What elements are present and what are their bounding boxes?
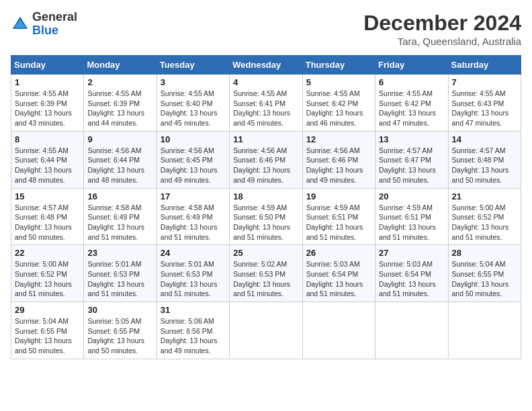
sunrise-label: Sunrise: 4:55 AM	[379, 89, 433, 97]
sunrise-label: Sunrise: 5:03 AM	[379, 260, 433, 268]
calendar-week-4: 22 Sunrise: 5:00 AM Sunset: 6:52 PM Dayl…	[11, 245, 521, 302]
calendar-cell: 23 Sunrise: 5:01 AM Sunset: 6:53 PM Dayl…	[84, 245, 157, 302]
day-number: 9	[87, 134, 152, 144]
calendar-cell: 18 Sunrise: 4:59 AM Sunset: 6:50 PM Dayl…	[230, 188, 302, 245]
day-number: 8	[15, 134, 80, 144]
calendar-cell	[448, 302, 521, 359]
day-number: 21	[452, 191, 517, 201]
sunrise-label: Sunrise: 5:00 AM	[15, 260, 69, 268]
daylight-label: Daylight: 13 hours and 51 minutes.	[306, 280, 363, 298]
sunset-label: Sunset: 6:51 PM	[379, 213, 431, 221]
calendar-cell: 4 Sunrise: 4:55 AM Sunset: 6:41 PM Dayli…	[230, 75, 302, 132]
sunset-label: Sunset: 6:54 PM	[306, 270, 359, 278]
sunrise-label: Sunrise: 5:01 AM	[87, 260, 141, 268]
daylight-label: Daylight: 13 hours and 50 minutes.	[15, 336, 72, 355]
day-info: Sunrise: 5:02 AM Sunset: 6:53 PM Dayligh…	[233, 259, 298, 299]
calendar-cell: 17 Sunrise: 4:58 AM Sunset: 6:49 PM Dayl…	[157, 188, 229, 245]
weekday-header-thursday: Thursday	[302, 56, 375, 75]
calendar-cell	[230, 302, 302, 359]
month-title: December 2024	[363, 11, 521, 36]
sunset-label: Sunset: 6:49 PM	[161, 213, 213, 221]
sunrise-label: Sunrise: 5:06 AM	[161, 317, 214, 325]
calendar-cell: 14 Sunrise: 4:57 AM Sunset: 6:48 PM Dayl…	[448, 131, 521, 188]
day-info: Sunrise: 4:58 AM Sunset: 6:49 PM Dayligh…	[87, 203, 152, 242]
logo: General Blue	[11, 11, 77, 38]
sunrise-label: Sunrise: 4:55 AM	[233, 89, 287, 97]
day-number: 15	[15, 191, 80, 201]
calendar-cell: 5 Sunrise: 4:55 AM Sunset: 6:42 PM Dayli…	[302, 75, 375, 132]
daylight-label: Daylight: 13 hours and 51 minutes.	[452, 223, 509, 241]
daylight-label: Daylight: 13 hours and 46 minutes.	[306, 109, 363, 127]
daylight-label: Daylight: 13 hours and 50 minutes.	[15, 223, 72, 241]
calendar-cell: 15 Sunrise: 4:57 AM Sunset: 6:48 PM Dayl…	[11, 188, 84, 245]
daylight-label: Daylight: 13 hours and 49 minutes.	[161, 336, 218, 355]
day-info: Sunrise: 4:59 AM Sunset: 6:51 PM Dayligh…	[306, 203, 371, 242]
calendar-cell: 27 Sunrise: 5:03 AM Sunset: 6:54 PM Dayl…	[375, 245, 448, 302]
sunrise-label: Sunrise: 4:55 AM	[15, 89, 69, 97]
sunrise-label: Sunrise: 5:05 AM	[87, 317, 141, 325]
sunset-label: Sunset: 6:47 PM	[379, 156, 431, 164]
day-info: Sunrise: 4:55 AM Sunset: 6:41 PM Dayligh…	[233, 89, 298, 128]
day-info: Sunrise: 4:55 AM Sunset: 6:40 PM Dayligh…	[161, 89, 226, 128]
weekday-header-wednesday: Wednesday	[230, 56, 302, 75]
day-info: Sunrise: 5:00 AM Sunset: 6:52 PM Dayligh…	[15, 259, 80, 299]
sunrise-label: Sunrise: 4:57 AM	[15, 203, 69, 212]
sunrise-label: Sunrise: 4:55 AM	[452, 89, 506, 97]
calendar-cell	[375, 302, 448, 359]
calendar-cell: 2 Sunrise: 4:55 AM Sunset: 6:39 PM Dayli…	[84, 75, 157, 132]
calendar-cell: 29 Sunrise: 5:04 AM Sunset: 6:55 PM Dayl…	[11, 302, 84, 359]
daylight-label: Daylight: 13 hours and 51 minutes.	[87, 223, 144, 241]
day-info: Sunrise: 4:55 AM Sunset: 6:39 PM Dayligh…	[87, 89, 152, 128]
day-number: 27	[379, 248, 444, 258]
sunrise-label: Sunrise: 4:59 AM	[306, 203, 360, 212]
weekday-header-saturday: Saturday	[448, 56, 521, 75]
calendar-week-1: 1 Sunrise: 4:55 AM Sunset: 6:39 PM Dayli…	[11, 75, 521, 132]
day-number: 12	[306, 134, 371, 144]
calendar-cell: 8 Sunrise: 4:55 AM Sunset: 6:44 PM Dayli…	[11, 131, 84, 188]
daylight-label: Daylight: 13 hours and 45 minutes.	[161, 109, 218, 127]
sunset-label: Sunset: 6:46 PM	[233, 156, 285, 164]
calendar-week-5: 29 Sunrise: 5:04 AM Sunset: 6:55 PM Dayl…	[11, 302, 521, 359]
daylight-label: Daylight: 13 hours and 49 minutes.	[161, 166, 218, 184]
daylight-label: Daylight: 13 hours and 51 minutes.	[233, 223, 290, 241]
sunset-label: Sunset: 6:42 PM	[379, 99, 431, 107]
daylight-label: Daylight: 13 hours and 51 minutes.	[87, 280, 144, 298]
day-number: 2	[87, 77, 152, 87]
daylight-label: Daylight: 13 hours and 50 minutes.	[452, 280, 509, 298]
day-info: Sunrise: 4:57 AM Sunset: 6:48 PM Dayligh…	[452, 146, 517, 185]
day-number: 24	[161, 248, 226, 258]
calendar-cell: 7 Sunrise: 4:55 AM Sunset: 6:43 PM Dayli…	[448, 75, 521, 132]
sunset-label: Sunset: 6:44 PM	[15, 156, 67, 164]
sunset-label: Sunset: 6:42 PM	[306, 99, 359, 107]
daylight-label: Daylight: 13 hours and 43 minutes.	[15, 109, 72, 127]
day-number: 19	[306, 191, 371, 201]
sunset-label: Sunset: 6:53 PM	[87, 270, 140, 278]
sunset-label: Sunset: 6:48 PM	[452, 156, 504, 164]
day-number: 28	[452, 248, 517, 258]
day-info: Sunrise: 5:03 AM Sunset: 6:54 PM Dayligh…	[379, 259, 444, 299]
calendar-cell: 31 Sunrise: 5:06 AM Sunset: 6:56 PM Dayl…	[157, 302, 229, 359]
sunset-label: Sunset: 6:53 PM	[161, 270, 213, 278]
sunset-label: Sunset: 6:43 PM	[452, 99, 504, 107]
sunrise-label: Sunrise: 4:55 AM	[161, 89, 214, 97]
calendar-cell: 6 Sunrise: 4:55 AM Sunset: 6:42 PM Dayli…	[375, 75, 448, 132]
day-number: 5	[306, 77, 371, 87]
day-info: Sunrise: 4:56 AM Sunset: 6:46 PM Dayligh…	[306, 146, 371, 185]
sunrise-label: Sunrise: 5:01 AM	[161, 260, 214, 268]
day-info: Sunrise: 4:56 AM Sunset: 6:44 PM Dayligh…	[87, 146, 152, 185]
calendar-week-3: 15 Sunrise: 4:57 AM Sunset: 6:48 PM Dayl…	[11, 188, 521, 245]
weekday-header-monday: Monday	[84, 56, 157, 75]
sunset-label: Sunset: 6:53 PM	[233, 270, 285, 278]
sunrise-label: Sunrise: 4:57 AM	[379, 146, 433, 154]
day-info: Sunrise: 5:01 AM Sunset: 6:53 PM Dayligh…	[87, 259, 152, 299]
sunrise-label: Sunrise: 5:04 AM	[452, 260, 506, 268]
sunset-label: Sunset: 6:55 PM	[87, 327, 140, 335]
day-number: 18	[233, 191, 298, 201]
day-number: 7	[452, 77, 517, 87]
day-number: 6	[379, 77, 444, 87]
day-info: Sunrise: 4:59 AM Sunset: 6:50 PM Dayligh…	[233, 203, 298, 242]
logo-text: General Blue	[32, 11, 77, 38]
weekday-header-tuesday: Tuesday	[157, 56, 229, 75]
day-info: Sunrise: 5:01 AM Sunset: 6:53 PM Dayligh…	[161, 259, 226, 299]
sunset-label: Sunset: 6:46 PM	[306, 156, 359, 164]
